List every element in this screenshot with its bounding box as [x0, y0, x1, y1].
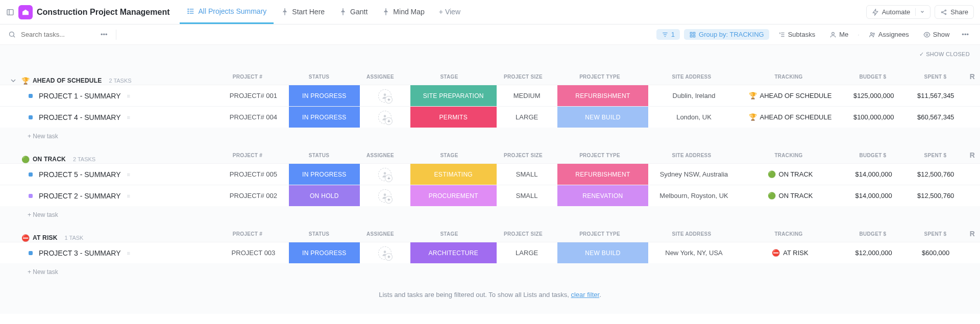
- table-row[interactable]: PROJECT 5 - SUMMARY ≡ PROJECT# 005 IN PR…: [0, 163, 980, 185]
- new-task-button[interactable]: + New task: [0, 128, 980, 142]
- spent-cell[interactable]: $12,500,760: [906, 185, 965, 206]
- stage-cell[interactable]: PERMITS: [410, 107, 497, 128]
- table-row[interactable]: PROJECT 4 - SUMMARY ≡ PROJECT# 004 IN PR…: [0, 106, 980, 128]
- site-cell[interactable]: London, UK: [648, 107, 740, 128]
- col-r[interactable]: R: [965, 151, 980, 159]
- col-stage[interactable]: STAGE: [406, 153, 493, 158]
- col-r[interactable]: R: [965, 230, 980, 238]
- status-cell[interactable]: IN PROGRESS: [289, 242, 360, 263]
- chevron-down-icon[interactable]: [9, 77, 17, 85]
- col-project[interactable]: PROJECT #: [212, 153, 283, 158]
- size-cell[interactable]: SMALL: [497, 185, 557, 206]
- col-stage[interactable]: STAGE: [406, 74, 493, 80]
- task-name[interactable]: PROJECT 2 - SUMMARY: [39, 192, 121, 200]
- budget-cell[interactable]: $12,000,000: [841, 242, 906, 263]
- col-assignee[interactable]: ASSIGNEE: [355, 74, 406, 80]
- add-view-button[interactable]: + View: [432, 0, 468, 24]
- type-cell[interactable]: NEW BUILD: [557, 107, 649, 128]
- drag-handle-icon[interactable]: ≡: [127, 93, 131, 99]
- more-icon[interactable]: •••: [97, 31, 111, 38]
- add-assignee-icon[interactable]: [378, 189, 391, 203]
- col-status[interactable]: STATUS: [283, 153, 355, 158]
- assignee-cell[interactable]: [360, 85, 410, 106]
- site-cell[interactable]: Sydney NSW, Australia: [648, 164, 740, 185]
- new-task-button[interactable]: + New task: [0, 263, 980, 278]
- spent-cell[interactable]: $11,567,345: [906, 85, 965, 106]
- col-site[interactable]: SITE ADDRESS: [646, 231, 738, 237]
- col-tracking[interactable]: TRACKING: [738, 231, 840, 237]
- me-pill[interactable]: Me: [824, 29, 853, 40]
- tab-start-here[interactable]: Start Here: [274, 0, 332, 24]
- subtasks-pill[interactable]: Subtasks: [773, 29, 820, 40]
- drag-handle-icon[interactable]: ≡: [127, 114, 131, 120]
- show-closed-button[interactable]: SHOW CLOSED: [926, 51, 970, 57]
- tracking-cell[interactable]: 🟢ON TRACK: [740, 185, 841, 206]
- spent-cell[interactable]: $12,500,760: [906, 164, 965, 185]
- col-budget[interactable]: BUDGET $: [840, 231, 906, 237]
- filter-pill[interactable]: 1: [656, 29, 680, 40]
- tab-all-projects-summary[interactable]: All Projects Summary: [180, 0, 274, 24]
- col-size[interactable]: PROJECT SIZE: [493, 74, 554, 80]
- drag-handle-icon[interactable]: ≡: [127, 171, 131, 178]
- budget-cell[interactable]: $100,000,000: [841, 107, 906, 128]
- col-assignee[interactable]: ASSIGNEE: [355, 231, 406, 237]
- drag-handle-icon[interactable]: ≡: [127, 193, 131, 199]
- col-type[interactable]: PROJECT TYPE: [554, 153, 646, 158]
- site-cell[interactable]: Melbourn, Royston, UK: [648, 185, 740, 206]
- table-row[interactable]: PROJECT 2 - SUMMARY ≡ PROJECT# 002 ON HO…: [0, 185, 980, 206]
- col-budget[interactable]: BUDGET $: [840, 74, 906, 80]
- automate-button[interactable]: Automate: [866, 5, 931, 19]
- spent-cell[interactable]: $60,567,345: [906, 107, 965, 128]
- project-number[interactable]: PROJECT# 001: [218, 85, 289, 106]
- col-budget[interactable]: BUDGET $: [840, 153, 906, 158]
- chevron-down-icon[interactable]: [915, 8, 925, 16]
- toolbar-more-icon[interactable]: •••: [959, 31, 972, 38]
- col-status[interactable]: STATUS: [283, 231, 355, 237]
- col-tracking[interactable]: TRACKING: [738, 74, 840, 80]
- type-cell[interactable]: REFURBISHMENT: [557, 164, 649, 185]
- size-cell[interactable]: LARGE: [497, 107, 557, 128]
- tracking-cell[interactable]: 🏆AHEAD OF SCHEDULE: [740, 107, 841, 128]
- tracking-cell[interactable]: 🏆AHEAD OF SCHEDULE: [740, 85, 841, 106]
- search-input[interactable]: [21, 31, 92, 38]
- task-name[interactable]: PROJECT 1 - SUMMARY: [39, 92, 121, 100]
- stage-cell[interactable]: SITE PREPARATION: [410, 85, 497, 106]
- assignee-cell[interactable]: [360, 185, 410, 206]
- stage-cell[interactable]: PROCUREMENT: [410, 185, 497, 206]
- col-status[interactable]: STATUS: [283, 74, 355, 80]
- add-assignee-icon[interactable]: [378, 246, 391, 260]
- project-number[interactable]: PROJECT# 004: [218, 107, 289, 128]
- tracking-cell[interactable]: 🟢ON TRACK: [740, 164, 841, 185]
- table-row[interactable]: PROJECT 3 - SUMMARY ≡ PROJECT 003 IN PRO…: [0, 242, 980, 263]
- groupby-pill[interactable]: Group by: TRACKING: [684, 29, 769, 40]
- type-cell[interactable]: RENEVATION: [557, 185, 649, 206]
- project-number[interactable]: PROJECT# 005: [218, 164, 289, 185]
- stage-cell[interactable]: ARCHITECTURE: [410, 242, 497, 263]
- budget-cell[interactable]: $14,000,000: [841, 185, 906, 206]
- col-stage[interactable]: STAGE: [406, 231, 493, 237]
- col-spent[interactable]: SPENT $: [906, 74, 965, 80]
- assignee-cell[interactable]: [360, 164, 410, 185]
- col-assignee[interactable]: ASSIGNEE: [355, 153, 406, 158]
- assignee-cell[interactable]: [360, 242, 410, 263]
- assignee-cell[interactable]: [360, 107, 410, 128]
- col-site[interactable]: SITE ADDRESS: [646, 74, 738, 80]
- tracking-cell[interactable]: ⛔AT RISK: [740, 242, 841, 263]
- group-title[interactable]: ON TRACK: [33, 156, 66, 163]
- tab-gantt[interactable]: Gantt: [332, 0, 375, 24]
- size-cell[interactable]: SMALL: [497, 164, 557, 185]
- sidebar-toggle-icon[interactable]: [6, 8, 14, 16]
- group-title[interactable]: AHEAD OF SCHEDULE: [33, 77, 102, 84]
- col-size[interactable]: PROJECT SIZE: [493, 153, 554, 158]
- project-number[interactable]: PROJECT# 002: [218, 185, 289, 206]
- col-r[interactable]: R: [965, 72, 980, 81]
- group-title[interactable]: AT RISK: [33, 234, 58, 241]
- budget-cell[interactable]: $14,000,000: [841, 164, 906, 185]
- new-task-button[interactable]: + New task: [0, 206, 980, 220]
- col-spent[interactable]: SPENT $: [906, 153, 965, 158]
- task-name[interactable]: PROJECT 5 - SUMMARY: [39, 170, 121, 179]
- share-button[interactable]: Share: [935, 5, 974, 19]
- task-name[interactable]: PROJECT 3 - SUMMARY: [39, 249, 121, 257]
- col-spent[interactable]: SPENT $: [906, 231, 965, 237]
- status-cell[interactable]: IN PROGRESS: [289, 85, 360, 106]
